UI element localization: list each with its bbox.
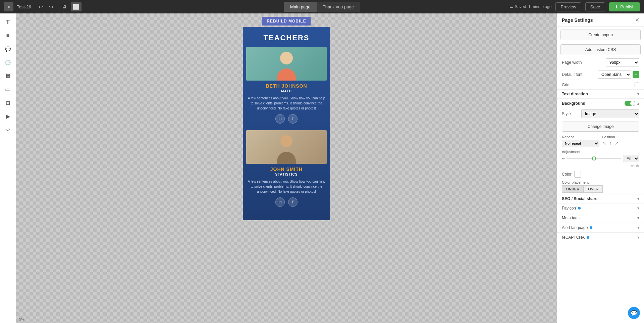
add-custom-css-button[interactable]: Add custom CSS bbox=[560, 44, 641, 55]
sidebar-chat-button[interactable]: 💬 bbox=[2, 43, 14, 55]
meta-tags-section[interactable]: Meta tags ▾ bbox=[557, 213, 644, 223]
teacher-2-name: JOHN SMITH bbox=[246, 167, 327, 172]
page-width-label: Page width bbox=[562, 60, 582, 65]
sidebar-text-button[interactable]: T bbox=[2, 16, 14, 28]
adj-center-icon[interactable]: ⊕ bbox=[636, 164, 639, 168]
default-font-select[interactable]: Open Sans bbox=[598, 71, 631, 79]
device-switcher: 🖥 ⬜ bbox=[59, 2, 82, 11]
adj-knob bbox=[592, 156, 596, 160]
undo-button[interactable]: ↩ bbox=[37, 2, 44, 11]
sidebar-clock-button[interactable]: 🕐 bbox=[2, 56, 14, 68]
save-button[interactable]: Save bbox=[585, 2, 605, 11]
alert-language-info-dot bbox=[590, 226, 592, 229]
teacher-2-social: in f bbox=[246, 197, 327, 207]
thank-you-page-tab[interactable]: Thank you page bbox=[317, 2, 360, 12]
change-image-button[interactable]: Change image bbox=[562, 122, 639, 132]
create-popup-button[interactable]: Create popup bbox=[560, 30, 641, 40]
favicon-section[interactable]: Favicon ▾ bbox=[557, 203, 644, 213]
sidebar-video-button[interactable]: ▶ bbox=[2, 110, 14, 122]
background-label: Background bbox=[562, 101, 585, 106]
right-panel-title: Page Settings bbox=[562, 17, 593, 23]
teacher-1-social: in f bbox=[246, 114, 327, 124]
repeat-position-row: Repeat No repeat Position ↖ ↑ ↗ bbox=[557, 134, 644, 148]
right-panel-header: Page Settings ✕ bbox=[557, 13, 644, 27]
rebuild-mobile-button[interactable]: REBUILD MOBILE bbox=[262, 17, 311, 26]
favicon-label: Favicon bbox=[562, 206, 581, 211]
right-panel: Page Settings ✕ Create popup Add custom … bbox=[557, 13, 644, 323]
position-top-icon[interactable]: ↑ bbox=[609, 140, 612, 146]
page-width-row: Page width 960px bbox=[557, 56, 644, 68]
adj-pencil-icon[interactable]: ✏ bbox=[631, 164, 634, 168]
background-toggle-knob bbox=[630, 101, 635, 106]
page-width-select[interactable]: 960px bbox=[606, 58, 639, 66]
teacher-1-facebook[interactable]: f bbox=[288, 114, 298, 124]
sidebar-code-button[interactable]: </> bbox=[2, 124, 14, 136]
style-label: Style bbox=[562, 111, 579, 116]
teacher-2-linkedin[interactable]: in bbox=[275, 197, 285, 207]
alert-language-section[interactable]: Alert language ▾ bbox=[557, 223, 644, 232]
grid-row: Grid bbox=[557, 81, 644, 89]
chat-icon: 💬 bbox=[5, 46, 11, 52]
teacher-card-2: JOHN SMITH STATISTICS A few sentences ab… bbox=[246, 130, 327, 207]
repeat-col: Repeat No repeat bbox=[562, 135, 599, 147]
sidebar-sections-button[interactable]: ≡ bbox=[2, 30, 14, 42]
placement-under-button[interactable]: UNDER bbox=[562, 185, 584, 193]
redo-button[interactable]: ↪ bbox=[48, 2, 55, 11]
publish-icon: ⬆ bbox=[614, 4, 618, 9]
topbar: ◈ Test-26 ↩ ↪ 🖥 ⬜ Main page Thank you pa… bbox=[0, 0, 644, 13]
widgets-icon: ⊞ bbox=[6, 100, 10, 106]
adj-select[interactable]: Fill bbox=[623, 155, 639, 162]
preview-button[interactable]: Preview bbox=[555, 2, 581, 11]
tablet-view-button[interactable]: ⬜ bbox=[71, 2, 82, 11]
teacher-1-desc: A few sentences about you. Show how you … bbox=[246, 96, 327, 111]
color-picker[interactable] bbox=[574, 171, 581, 178]
grid-label: Grid bbox=[562, 83, 570, 87]
app-logo: ◈ bbox=[4, 2, 13, 11]
cloud-icon: ☁ bbox=[509, 4, 513, 9]
logo-icon: ◈ bbox=[7, 4, 10, 9]
adj-slider[interactable] bbox=[567, 158, 621, 159]
publish-button[interactable]: ⬆ Publish bbox=[609, 2, 640, 11]
default-font-label: Default font bbox=[562, 72, 582, 77]
main-page-tab[interactable]: Main page bbox=[284, 2, 317, 12]
project-name: Test-26 bbox=[17, 4, 31, 9]
default-font-row: Default font Open Sans + bbox=[557, 68, 644, 81]
color-label: Color bbox=[562, 172, 572, 177]
background-section-header[interactable]: Background ▴ bbox=[557, 98, 644, 108]
sections-icon: ≡ bbox=[6, 33, 9, 39]
position-label: Position bbox=[602, 135, 640, 139]
seo-chevron: ▾ bbox=[637, 196, 639, 201]
recaptcha-section[interactable]: reCAPTCHA ▾ bbox=[557, 232, 644, 242]
adjustment-row: Adjustment ⇤ Fill ✏ ⊕ bbox=[557, 148, 644, 170]
page-content: TEACHERS BETH JOHNSON MATH A few sentenc… bbox=[243, 27, 330, 220]
text-direction-section[interactable]: Text direction ▾ bbox=[557, 89, 644, 98]
clock-icon: 🕐 bbox=[5, 60, 11, 65]
repeat-select[interactable]: No repeat bbox=[562, 140, 599, 147]
sidebar-frame-button[interactable]: ▭ bbox=[2, 83, 14, 95]
canvas-area[interactable]: REBUILD MOBILE TEACHERS BETH JOHNSON MAT… bbox=[16, 13, 557, 323]
video-icon: ▶ bbox=[6, 113, 10, 120]
seo-section[interactable]: SEO / Social share ▾ bbox=[557, 194, 644, 203]
grid-checkbox[interactable] bbox=[635, 83, 639, 87]
chat-bubble-button[interactable]: 💬 bbox=[628, 307, 640, 319]
alert-language-label: Alert language bbox=[562, 225, 592, 230]
adjustment-label: Adjustment bbox=[562, 150, 639, 154]
sidebar-widgets-button[interactable]: ⊞ bbox=[2, 97, 14, 109]
position-top-left-icon[interactable]: ↖ bbox=[602, 140, 607, 146]
background-toggle[interactable] bbox=[625, 101, 635, 106]
position-top-right-icon[interactable]: ↗ bbox=[614, 140, 619, 146]
style-select[interactable]: Image bbox=[581, 109, 639, 118]
teacher-1-linkedin[interactable]: in bbox=[275, 114, 285, 124]
right-panel-close-button[interactable]: ✕ bbox=[635, 17, 639, 23]
desktop-view-button[interactable]: 🖥 bbox=[59, 2, 69, 11]
favicon-chevron: ▾ bbox=[637, 206, 639, 211]
add-font-button[interactable]: + bbox=[633, 71, 639, 78]
page-tabs: Main page Thank you page bbox=[284, 2, 360, 12]
repeat-label: Repeat bbox=[562, 135, 599, 139]
teacher-2-facebook[interactable]: f bbox=[288, 197, 298, 207]
sidebar-image-button[interactable]: 🖼 bbox=[2, 70, 14, 82]
left-sidebar: T ≡ 💬 🕐 🖼 ▭ ⊞ ▶ </> bbox=[0, 13, 16, 323]
placement-over-button[interactable]: OVER bbox=[584, 185, 603, 193]
teacher-1-subject: MATH bbox=[246, 89, 327, 93]
text-direction-chevron: ▾ bbox=[637, 92, 639, 96]
